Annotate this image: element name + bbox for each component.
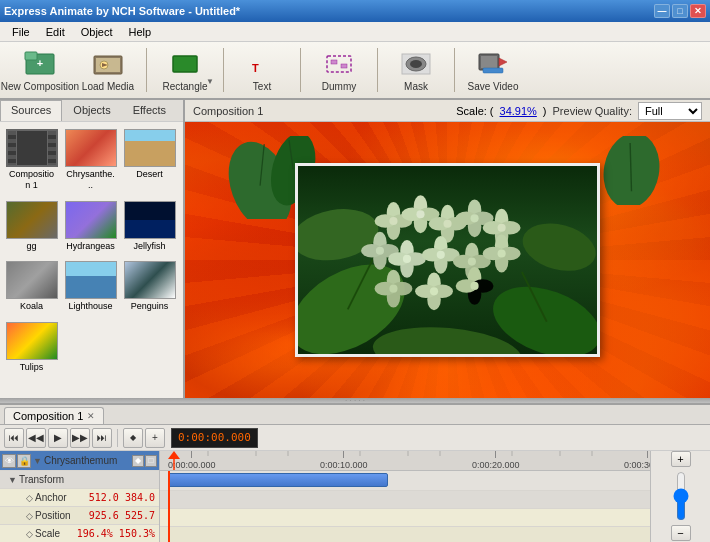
media-item-tulips[interactable]: Tulips xyxy=(4,319,59,376)
app-title: Express Animate by NCH Software - Untitl… xyxy=(4,5,240,17)
media-item-koala[interactable]: Koala xyxy=(4,258,59,315)
step-back-button[interactable]: ◀◀ xyxy=(26,428,46,448)
text-label: Text xyxy=(253,81,271,92)
preview-title: Composition 1 xyxy=(193,105,263,117)
go-to-end-button[interactable]: ⏭ xyxy=(92,428,112,448)
new-composition-label: New Composition xyxy=(1,81,79,92)
load-media-label: Load Media xyxy=(82,81,134,92)
ruler-label-20: 0:00:20.000 xyxy=(472,460,520,470)
dummy-label: Dummy xyxy=(322,81,356,92)
media-item-jellyfish[interactable]: Jellyfish xyxy=(122,198,177,255)
media-item-hydrangeas[interactable]: Hydrangeas xyxy=(63,198,118,255)
menu-object[interactable]: Object xyxy=(73,24,121,40)
media-item-gg[interactable]: gg xyxy=(4,198,59,255)
timeline-ruler[interactable]: 0:00:00.000 0:00:10.000 0:00:20.000 0:00… xyxy=(160,451,650,471)
menu-edit[interactable]: Edit xyxy=(38,24,73,40)
timeline-controls: ⏮ ◀◀ ▶ ▶▶ ⏭ ◆ + 0:00:00.000 xyxy=(0,425,710,451)
keyframe-button[interactable]: ◆ xyxy=(123,428,143,448)
svg-point-14 xyxy=(410,60,422,68)
preview-canvas[interactable] xyxy=(185,122,710,398)
svg-rect-11 xyxy=(341,64,347,68)
go-to-start-button[interactable]: ⏮ xyxy=(4,428,24,448)
text-button[interactable]: T Text xyxy=(230,45,294,95)
param-row-position: ◇ Position 925.6 525.7 xyxy=(0,507,159,525)
param-value-position: 925.6 525.7 xyxy=(89,510,155,521)
toolbar-sep-5 xyxy=(454,48,455,92)
maximize-button[interactable]: □ xyxy=(672,4,688,18)
layer-key-btn-1[interactable]: ◆ xyxy=(132,455,144,467)
timeline-tracks xyxy=(160,471,650,542)
preview-area: Composition 1 Scale: ( 34.91% ) Preview … xyxy=(185,100,710,398)
scale-expand[interactable]: ◇ xyxy=(26,529,33,539)
svg-rect-10 xyxy=(331,60,337,64)
media-label-tulips: Tulips xyxy=(20,362,44,373)
svg-text:T: T xyxy=(252,62,259,74)
media-item-lighthouse[interactable]: Lighthouse xyxy=(63,258,118,315)
layer-header-row: 👁 🔒 ▼ Chrysanthemum ◆ □ xyxy=(0,451,159,471)
track-anchor xyxy=(160,509,650,527)
timeline-area: Composition 1 ✕ ⏮ ◀◀ ▶ ▶▶ ⏭ ◆ + 0:00:00.… xyxy=(0,403,710,542)
media-item-chrysanthemum[interactable]: Chrysanthe... xyxy=(63,126,118,194)
add-layer-button[interactable]: + xyxy=(145,428,165,448)
quality-label: Preview Quality: xyxy=(553,105,632,117)
media-thumb-lighthouse xyxy=(65,261,117,299)
media-thumb-chrysanthemum xyxy=(65,129,117,167)
menu-file[interactable]: File xyxy=(4,24,38,40)
layer-eye-icon[interactable]: 👁 xyxy=(2,454,16,468)
hydrangea-flowers xyxy=(358,194,537,316)
media-item-desert[interactable]: Desert xyxy=(122,126,177,194)
media-label-koala: Koala xyxy=(20,301,43,312)
layer-expand[interactable]: ▼ xyxy=(33,456,42,466)
mask-button[interactable]: Mask xyxy=(384,45,448,95)
rectangle-dropdown-arrow[interactable]: ▼ xyxy=(206,77,214,86)
svg-rect-9 xyxy=(327,56,351,72)
svg-rect-18 xyxy=(483,68,503,73)
tl-minus-button[interactable]: − xyxy=(671,525,691,541)
media-item-penguins[interactable]: Penguins xyxy=(122,258,177,315)
media-thumb-koala xyxy=(6,261,58,299)
timeline-tab-comp1[interactable]: Composition 1 ✕ xyxy=(4,407,104,424)
layer-lock-icon[interactable]: 🔒 xyxy=(17,454,31,468)
new-composition-button[interactable]: + New Composition xyxy=(8,45,72,95)
ruler-mark-30: 0:00:30.000 xyxy=(624,451,650,470)
position-expand[interactable]: ◇ xyxy=(26,511,33,521)
transform-expand[interactable]: ▼ xyxy=(8,475,17,485)
preview-controls: Scale: ( 34.91% ) Preview Quality: Full … xyxy=(456,102,702,120)
ruler-tick-0 xyxy=(191,451,192,458)
menu-help[interactable]: Help xyxy=(121,24,160,40)
timeline-tabs: Composition 1 ✕ xyxy=(0,405,710,425)
tab-objects[interactable]: Objects xyxy=(62,100,121,121)
tl-zoom-slider[interactable] xyxy=(674,471,688,521)
close-button[interactable]: ✕ xyxy=(690,4,706,18)
step-forward-button[interactable]: ▶▶ xyxy=(70,428,90,448)
minor-ticks xyxy=(160,451,650,470)
quality-select[interactable]: Full Half Quarter xyxy=(638,102,702,120)
save-video-icon xyxy=(477,48,509,79)
save-video-button[interactable]: Save Video xyxy=(461,45,525,95)
ruler-tick-30 xyxy=(647,451,648,458)
media-item-comp1[interactable]: Composition 1 xyxy=(4,126,59,194)
clip-chrysanthemum[interactable] xyxy=(168,473,388,487)
ruler-label-10: 0:00:10.000 xyxy=(320,460,368,470)
layer-key-btn-2[interactable]: □ xyxy=(145,455,157,467)
svg-point-36 xyxy=(389,217,397,225)
scale-value[interactable]: 34.91% xyxy=(500,105,537,117)
media-thumb-gg xyxy=(6,201,58,239)
anchor-expand[interactable]: ◇ xyxy=(26,493,33,503)
media-label-jellyfish: Jellyfish xyxy=(133,241,165,252)
media-label-hydrangeas: Hydrangeas xyxy=(66,241,115,252)
load-media-button[interactable]: Load Media xyxy=(76,45,140,95)
play-button[interactable]: ▶ xyxy=(48,428,68,448)
mask-label: Mask xyxy=(404,81,428,92)
menu-bar: File Edit Object Help xyxy=(0,22,710,42)
tab-effects[interactable]: Effects xyxy=(122,100,177,121)
transform-label: Transform xyxy=(19,474,159,485)
minimize-button[interactable]: — xyxy=(654,4,670,18)
tl-add-button[interactable]: + xyxy=(671,451,691,467)
svg-point-76 xyxy=(468,258,476,266)
rectangle-button[interactable]: Rectangle ▼ xyxy=(153,45,217,95)
timeline-tab-close[interactable]: ✕ xyxy=(87,411,95,421)
tab-sources[interactable]: Sources xyxy=(0,100,62,121)
dummy-button[interactable]: Dummy xyxy=(307,45,371,95)
rectangle-icon xyxy=(169,48,201,79)
